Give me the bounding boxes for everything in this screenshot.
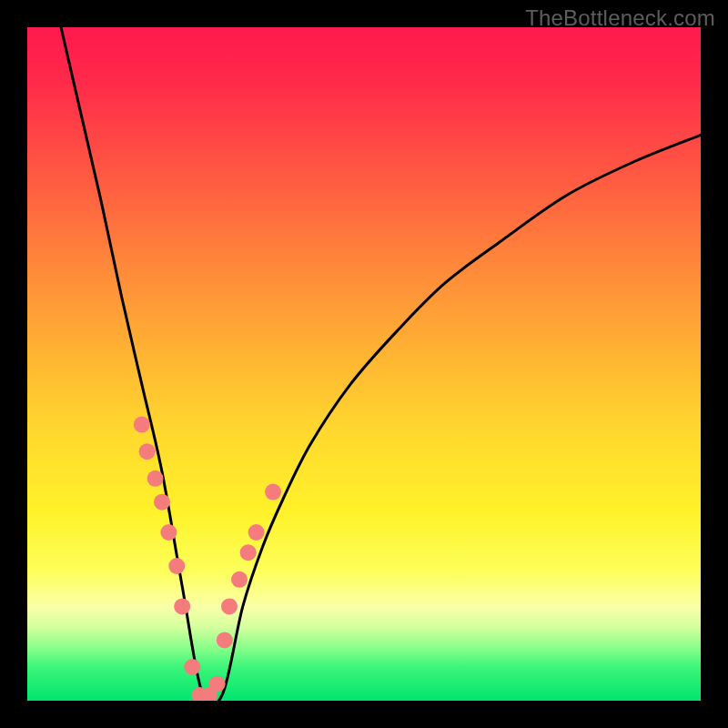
- bottleneck-curve: [61, 27, 701, 701]
- curve-svg: [27, 27, 701, 701]
- data-point: [217, 632, 233, 648]
- data-point: [160, 524, 177, 541]
- data-point: [240, 544, 257, 561]
- data-point: [231, 571, 248, 588]
- data-point: [265, 484, 281, 500]
- data-point: [134, 417, 150, 433]
- data-point: [184, 659, 200, 675]
- data-point: [221, 598, 238, 614]
- data-point: [248, 524, 265, 541]
- data-point: [147, 470, 164, 487]
- data-point: [154, 494, 170, 511]
- chart-frame: TheBottleneck.com: [0, 0, 728, 728]
- data-point: [174, 598, 190, 614]
- plot-area: [27, 27, 701, 701]
- data-point: [139, 443, 156, 460]
- data-point: [168, 558, 185, 574]
- data-point: [209, 676, 226, 693]
